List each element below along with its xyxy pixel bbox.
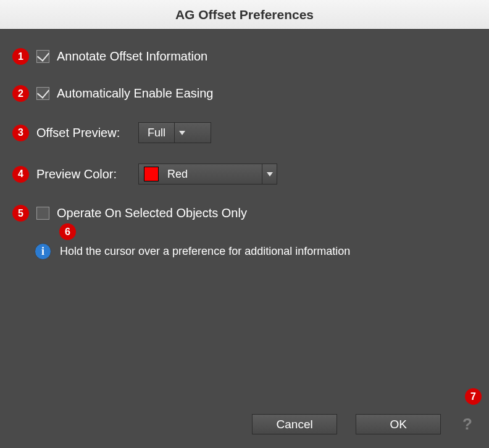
dropdown-color[interactable]: Red — [138, 164, 277, 185]
dialog-content: 1 Annotate Offset Information 2 Automati… — [0, 30, 489, 448]
callout-marker-4: 4 — [12, 166, 29, 183]
callout-marker-7: 7 — [465, 388, 482, 405]
dialog-titlebar: AG Offset Preferences — [0, 0, 489, 30]
label-preview: Offset Preview: — [36, 126, 138, 140]
label-easing: Automatically Enable Easing — [57, 86, 213, 101]
checkbox-selected-only[interactable] — [36, 207, 49, 220]
row-preview: 3 Offset Preview: Full — [12, 122, 477, 143]
svg-marker-0 — [179, 131, 185, 135]
ok-button[interactable]: OK — [356, 414, 441, 434]
dialog-title: AG Offset Preferences — [175, 7, 314, 22]
chevron-down-icon — [262, 164, 277, 184]
help-icon[interactable]: ? — [459, 415, 475, 434]
info-text: Hold the cursor over a preference for ad… — [60, 245, 350, 258]
dialog-footer: Cancel OK ? — [252, 414, 475, 434]
row-easing: 2 Automatically Enable Easing — [12, 85, 477, 102]
callout-marker-2: 2 — [12, 85, 29, 102]
row-annotate: 1 Annotate Offset Information — [12, 48, 477, 65]
label-selected-only: Operate On Selected Objects Only — [57, 206, 247, 220]
cancel-button[interactable]: Cancel — [252, 414, 337, 434]
label-color: Preview Color: — [36, 167, 138, 181]
info-row: 6 i Hold the cursor over a preference fo… — [35, 243, 477, 260]
checkbox-easing[interactable] — [36, 87, 49, 100]
callout-marker-3: 3 — [12, 125, 29, 141]
row-color: 4 Preview Color: Red — [12, 164, 477, 185]
callout-marker-1: 1 — [12, 48, 29, 65]
chevron-down-icon — [174, 123, 189, 143]
callout-marker-5: 5 — [12, 205, 29, 222]
dropdown-preview-value: Full — [139, 127, 174, 139]
row-selected-only: 5 Operate On Selected Objects Only — [12, 205, 477, 222]
callout-marker-6: 6 — [59, 223, 76, 240]
info-icon: i — [35, 243, 51, 260]
color-swatch — [144, 167, 159, 181]
dropdown-color-value: Red — [159, 168, 262, 181]
dropdown-preview[interactable]: Full — [138, 122, 211, 143]
checkbox-annotate[interactable] — [36, 50, 49, 63]
svg-marker-1 — [267, 172, 273, 176]
label-annotate: Annotate Offset Information — [57, 49, 207, 64]
